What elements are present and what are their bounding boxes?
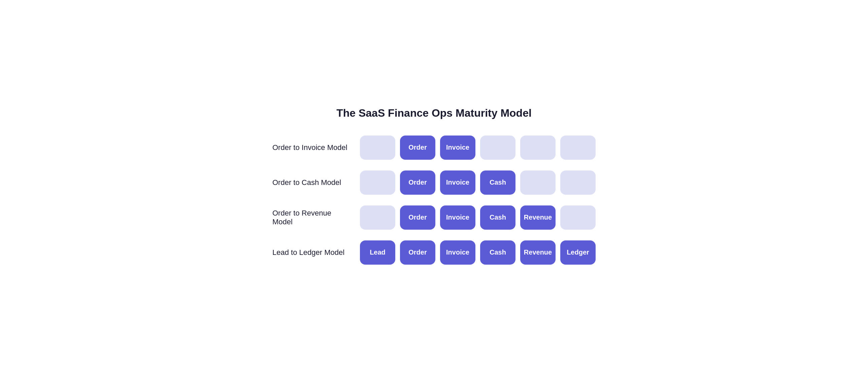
- pill-order-to-cash-4: [520, 171, 556, 195]
- main-container: The SaaS Finance Ops Maturity Model Orde…: [272, 107, 596, 275]
- pill-order-to-revenue-0: [360, 205, 395, 230]
- pill-order-to-invoice-3: [480, 136, 516, 160]
- pill-order-to-revenue-2: Invoice: [440, 205, 475, 230]
- pill-order-to-revenue-1: Order: [400, 205, 435, 230]
- pill-order-to-cash-1: Order: [400, 171, 435, 195]
- rows-container: Order to Invoice ModelOrderInvoiceOrder …: [272, 136, 596, 265]
- row-order-to-invoice: Order to Invoice ModelOrderInvoice: [272, 136, 596, 160]
- pills-order-to-invoice: OrderInvoice: [360, 136, 596, 160]
- label-order-to-invoice: Order to Invoice Model: [272, 143, 360, 152]
- pill-lead-to-ledger-0: Lead: [360, 240, 395, 265]
- page-title: The SaaS Finance Ops Maturity Model: [272, 107, 596, 119]
- pill-order-to-revenue-3: Cash: [480, 205, 516, 230]
- pills-order-to-cash: OrderInvoiceCash: [360, 171, 596, 195]
- pill-lead-to-ledger-4: Revenue: [520, 240, 556, 265]
- pill-lead-to-ledger-2: Invoice: [440, 240, 475, 265]
- pill-lead-to-ledger-3: Cash: [480, 240, 516, 265]
- pill-order-to-revenue-5: [560, 205, 596, 230]
- pill-lead-to-ledger-1: Order: [400, 240, 435, 265]
- pill-order-to-invoice-4: [520, 136, 556, 160]
- label-lead-to-ledger: Lead to Ledger Model: [272, 248, 360, 257]
- pill-order-to-invoice-2: Invoice: [440, 136, 475, 160]
- pill-order-to-invoice-5: [560, 136, 596, 160]
- pill-lead-to-ledger-5: Ledger: [560, 240, 596, 265]
- row-order-to-cash: Order to Cash ModelOrderInvoiceCash: [272, 171, 596, 195]
- row-lead-to-ledger: Lead to Ledger ModelLeadOrderInvoiceCash…: [272, 240, 596, 265]
- row-order-to-revenue: Order to Revenue ModelOrderInvoiceCashRe…: [272, 205, 596, 230]
- label-order-to-revenue: Order to Revenue Model: [272, 209, 360, 226]
- pill-order-to-revenue-4: Revenue: [520, 205, 556, 230]
- pill-order-to-cash-5: [560, 171, 596, 195]
- pills-order-to-revenue: OrderInvoiceCashRevenue: [360, 205, 596, 230]
- pill-order-to-invoice-1: Order: [400, 136, 435, 160]
- pill-order-to-cash-3: Cash: [480, 171, 516, 195]
- pill-order-to-cash-2: Invoice: [440, 171, 475, 195]
- pill-order-to-cash-0: [360, 171, 395, 195]
- label-order-to-cash: Order to Cash Model: [272, 178, 360, 187]
- pill-order-to-invoice-0: [360, 136, 395, 160]
- pills-lead-to-ledger: LeadOrderInvoiceCashRevenueLedger: [360, 240, 596, 265]
